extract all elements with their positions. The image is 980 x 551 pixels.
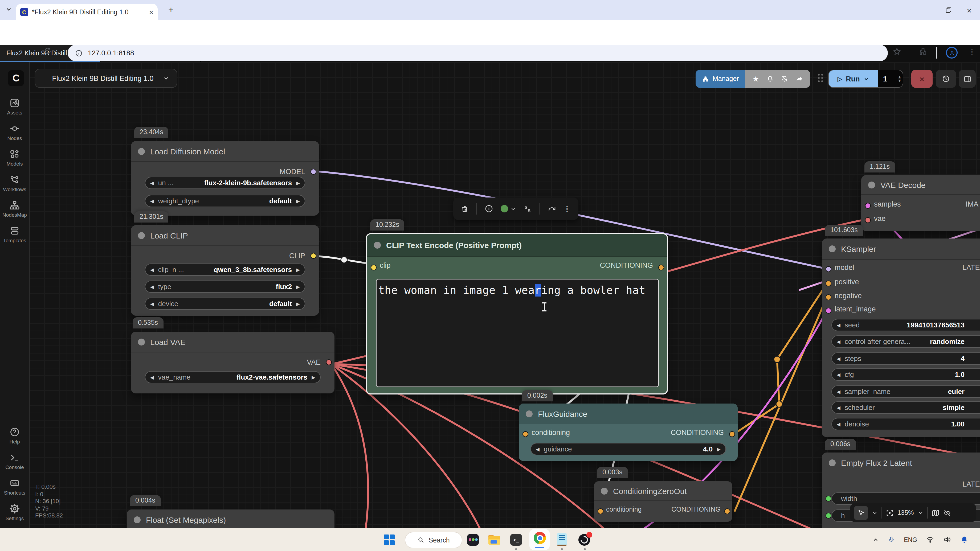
window-minimize-button[interactable]: — — [924, 6, 931, 14]
widget-vae-name[interactable]: ◀ vae_name flux2-vae.safetensors ▶ — [145, 371, 321, 383]
wifi-icon[interactable] — [926, 535, 934, 543]
start-button[interactable] — [381, 528, 397, 551]
output-dot-conditioning[interactable] — [658, 265, 664, 270]
left-arrow-icon[interactable]: ◀ — [150, 284, 154, 289]
chevron-down-icon[interactable] — [918, 510, 923, 516]
back-icon[interactable]: ← — [8, 47, 16, 56]
kebab-menu-icon[interactable]: ⋮ — [563, 205, 571, 213]
right-arrow-icon[interactable]: ▶ — [296, 284, 300, 289]
sidebar-item-help[interactable]: Help — [0, 426, 29, 445]
language-indicator[interactable]: ENG — [904, 536, 917, 543]
input-dot-height[interactable] — [826, 513, 831, 519]
sidebar-item-nodesmap[interactable]: NodesMap — [0, 199, 29, 218]
left-arrow-icon[interactable]: ◀ — [837, 339, 840, 344]
browser-menu-icon[interactable]: ⋮ — [968, 48, 976, 56]
widget-scheduler[interactable]: ◀ scheduler simple — [831, 402, 980, 414]
left-arrow-icon[interactable]: ◀ — [837, 421, 840, 427]
window-close-button[interactable]: × — [967, 6, 972, 14]
sidebar-item-settings[interactable]: Settings — [0, 503, 29, 521]
right-arrow-icon[interactable]: ▶ — [296, 198, 300, 204]
left-arrow-icon[interactable]: ◀ — [837, 372, 840, 377]
profile-avatar[interactable] — [946, 47, 958, 59]
node-load-vae[interactable]: Load VAE VAE ◀ vae_name flux2-vae.safete… — [131, 332, 334, 394]
volume-icon[interactable] — [943, 535, 951, 543]
node-conditioning-zero-out[interactable]: ConditioningZeroOut conditioning CONDITI… — [594, 481, 732, 522]
node-clip-text-encode[interactable]: CLIP Text Encode (Positive Prompt) clip … — [366, 233, 668, 394]
bell-slash-icon[interactable] — [781, 75, 788, 83]
address-bar[interactable]: 127.0.0.1:8188 — [68, 45, 888, 61]
output-dot-clip[interactable] — [310, 253, 317, 259]
fit-view-icon[interactable] — [886, 509, 894, 517]
tray-expand-chevron-icon[interactable] — [872, 536, 879, 543]
run-branch-icon[interactable] — [547, 205, 556, 213]
prompt-textarea[interactable]: the woman in image 1 wearing a bowler ha… — [376, 279, 659, 387]
sidebar-item-models[interactable]: Models — [0, 148, 29, 167]
batch-count-steppers[interactable]: ▴▾ — [899, 75, 900, 83]
workflow-dropdown[interactable]: Flux2 Klein 9B Distill Editing 1.0 — [35, 69, 177, 88]
input-dot-latent-image[interactable] — [826, 308, 831, 314]
run-button[interactable]: ▷ Run — [829, 70, 878, 87]
obs-app[interactable] — [576, 528, 592, 551]
left-arrow-icon[interactable]: ◀ — [150, 267, 154, 272]
widget-control-after-generate[interactable]: ◀ control after genera... randomize — [831, 335, 980, 348]
sidebar-item-nodes[interactable]: Nodes — [0, 122, 29, 141]
left-arrow-icon[interactable]: ◀ — [150, 198, 154, 204]
right-arrow-icon[interactable]: ▶ — [717, 446, 721, 452]
right-arrow-icon[interactable]: ▶ — [296, 301, 300, 306]
input-dot-width[interactable] — [826, 495, 831, 502]
node-load-clip[interactable]: Load CLIP CLIP ◀ clip_n ... qwen_3_8b.sa… — [131, 225, 319, 316]
widget-guidance[interactable]: ◀ guidance 4.0 ▶ — [530, 443, 726, 455]
widget-unet-name[interactable]: ◀ un ... flux-2-klein-9b.safetensors ▶ — [145, 177, 305, 189]
sidebar-item-assets[interactable]: Assets — [0, 97, 29, 116]
microphone-icon[interactable] — [888, 536, 895, 543]
bookmark-star-icon[interactable] — [892, 48, 901, 56]
sidebar-item-templates[interactable]: Templates — [0, 225, 29, 243]
widget-clip-name[interactable]: ◀ clip_n ... qwen_3_8b.safetensors ▶ — [145, 264, 305, 276]
browser-tab[interactable]: C *Flux2 Klein 9B Distill Editing 1.0 × — [16, 4, 158, 20]
left-arrow-icon[interactable]: ◀ — [536, 446, 539, 452]
left-arrow-icon[interactable]: ◀ — [150, 301, 154, 306]
node-color-picker[interactable] — [501, 205, 516, 213]
info-icon[interactable] — [484, 205, 493, 213]
input-dot-conditioning[interactable] — [522, 431, 528, 437]
pointer-tool-button[interactable] — [854, 505, 868, 520]
extensions-icon[interactable] — [919, 48, 927, 56]
input-dot-clip[interactable] — [371, 265, 377, 270]
node-vae-decode[interactable]: VAE Decode samples vae IMA — [861, 175, 980, 231]
star-icon[interactable]: ★ — [752, 75, 759, 83]
input-dot-negative[interactable] — [826, 294, 831, 300]
right-arrow-icon[interactable]: ▶ — [296, 180, 300, 186]
notepad-app[interactable] — [554, 528, 570, 551]
output-dot-conditioning[interactable] — [724, 508, 730, 514]
output-dot-model[interactable] — [310, 169, 317, 175]
window-restore-button[interactable] — [945, 7, 952, 13]
left-arrow-icon[interactable]: ◀ — [837, 405, 840, 410]
widget-type[interactable]: ◀ type flux2 ▶ — [145, 281, 305, 293]
bell-icon[interactable] — [766, 75, 773, 83]
widget-denoise[interactable]: ◀ denoise 1.00 — [831, 418, 980, 430]
file-explorer-app[interactable] — [487, 528, 502, 551]
sidebar-item-console[interactable]: Console — [0, 451, 29, 470]
panel-toggle-button[interactable] — [959, 70, 976, 88]
tab-search-chevron-icon[interactable] — [5, 6, 12, 13]
chrome-app-active[interactable] — [530, 529, 550, 550]
input-dot-model[interactable] — [826, 266, 831, 272]
left-arrow-icon[interactable]: ◀ — [837, 356, 840, 361]
widget-seed[interactable]: ◀ seed 199410137656513 — [831, 319, 980, 331]
node-ksampler[interactable]: KSampler model LATE positive negative la… — [822, 238, 980, 437]
taskbar-search[interactable]: Search — [405, 532, 462, 548]
zoom-level[interactable]: 135% — [897, 509, 914, 516]
input-dot-positive[interactable] — [826, 281, 831, 286]
reload-icon[interactable] — [44, 47, 52, 55]
input-dot-samples[interactable] — [865, 203, 871, 209]
terminal-app[interactable]: >_ — [509, 528, 523, 551]
comfyui-logo[interactable]: C — [8, 70, 24, 86]
davinci-resolve-app[interactable] — [466, 528, 480, 551]
left-arrow-icon[interactable]: ◀ — [837, 322, 840, 328]
site-info-icon[interactable] — [75, 49, 83, 57]
collapse-node-icon[interactable] — [523, 205, 531, 213]
delete-node-icon[interactable] — [461, 205, 469, 213]
node-empty-flux2-latent[interactable]: Empty Flux 2 Latent LATE width h — [822, 453, 980, 538]
sidebar-item-workflows[interactable]: Workflows — [0, 173, 29, 192]
chevron-down-icon[interactable] — [872, 510, 878, 516]
